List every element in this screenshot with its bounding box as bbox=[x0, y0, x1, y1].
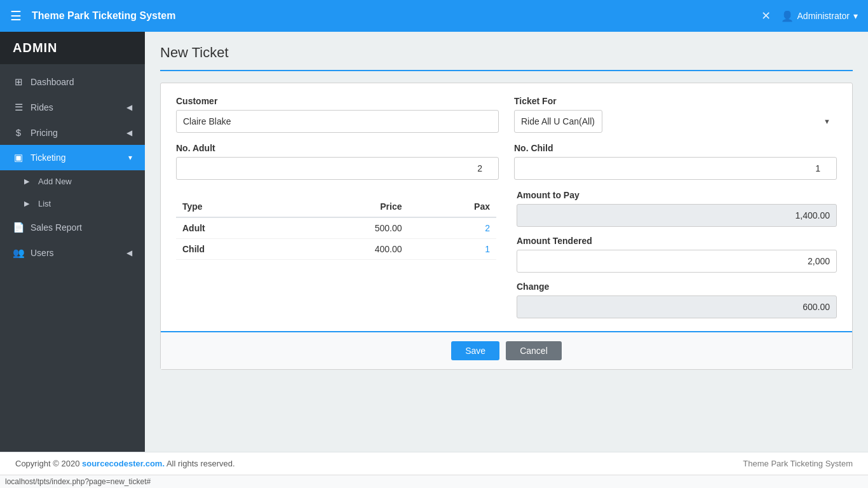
user-icon: 👤 bbox=[781, 10, 794, 22]
sidebar-item-label: Ticketing bbox=[31, 152, 66, 163]
row-pax: No. Adult No. Child bbox=[176, 143, 837, 180]
users-icon: 👥 bbox=[13, 247, 24, 259]
cancel-button[interactable]: Cancel bbox=[506, 341, 562, 360]
page-footer: Copyright © 2020 sourcecodester.com. All… bbox=[0, 452, 868, 475]
row-customer-ticket: Customer Ticket For Ride All U Can(All)I… bbox=[176, 96, 837, 133]
row-pax: 1 bbox=[409, 239, 496, 260]
ticket-for-select-wrapper: Ride All U Can(All)Individual RideVIP Pa… bbox=[514, 110, 837, 133]
sidebar-sub-add-new[interactable]: ▶ Add New bbox=[0, 170, 145, 193]
amount-tendered-label: Amount Tendered bbox=[517, 236, 837, 246]
customer-input[interactable] bbox=[176, 110, 499, 133]
ticketing-arrow: ▾ bbox=[128, 153, 132, 162]
row-pax: 2 bbox=[409, 217, 496, 239]
sidebar-sub-list[interactable]: ▶ List bbox=[0, 193, 145, 215]
page-divider bbox=[160, 70, 853, 71]
table-row: Child 400.00 1 bbox=[176, 239, 496, 260]
page-title: New Ticket bbox=[160, 44, 853, 61]
no-child-label: No. Child bbox=[514, 143, 837, 153]
card-body: Customer Ticket For Ride All U Can(All)I… bbox=[161, 83, 852, 331]
sidebar-item-label: Sales Report bbox=[31, 222, 82, 233]
close-icon[interactable]: ✕ bbox=[761, 9, 771, 23]
footer-link[interactable]: sourcecodester.com. bbox=[82, 459, 165, 468]
dashboard-icon: ⊞ bbox=[13, 76, 24, 88]
row-pricing-amounts: Type Price Pax Adult 500.00 2 Child 400.… bbox=[176, 190, 837, 318]
amount-tendered-group: Amount Tendered bbox=[517, 236, 837, 273]
footer-copyright: Copyright © 2020 sourcecodester.com. All… bbox=[15, 459, 235, 468]
navbar: ☰ Theme Park Ticketing System ✕ 👤 Admini… bbox=[0, 0, 868, 32]
sidebar-item-label: Dashboard bbox=[31, 77, 74, 87]
customer-group: Customer bbox=[176, 96, 499, 133]
ticket-for-label: Ticket For bbox=[514, 96, 837, 106]
main-content: New Ticket Customer Ticket For Ride All … bbox=[145, 32, 868, 452]
row-type: Adult bbox=[176, 217, 285, 239]
footer-rights: All rights reserved. bbox=[165, 459, 235, 468]
sidebar-brand: ADMIN bbox=[0, 32, 145, 64]
ticket-for-group: Ticket For Ride All U Can(All)Individual… bbox=[514, 96, 837, 133]
new-ticket-card: Customer Ticket For Ride All U Can(All)I… bbox=[160, 83, 853, 370]
rides-icon: ☰ bbox=[13, 102, 24, 113]
amount-to-pay-input bbox=[517, 204, 837, 227]
sidebar-sub-label: Add New bbox=[38, 177, 72, 186]
no-adult-group: No. Adult bbox=[176, 143, 499, 180]
sidebar-item-sales-report[interactable]: 📄 Sales Report bbox=[0, 215, 145, 240]
app-body: ADMIN ⊞ Dashboard ☰ Rides ◀ $ Pricing bbox=[0, 32, 868, 452]
sidebar-item-users[interactable]: 👥 Users ◀ bbox=[0, 240, 145, 266]
save-button[interactable]: Save bbox=[451, 341, 499, 360]
sidebar-item-dashboard[interactable]: ⊞ Dashboard bbox=[0, 69, 145, 95]
status-bar: localhost/tpts/index.php?page=new_ticket… bbox=[0, 475, 868, 488]
amount-to-pay-group: Amount to Pay bbox=[517, 190, 837, 227]
footer-app-name: Theme Park Ticketing System bbox=[743, 459, 853, 468]
sidebar-item-rides[interactable]: ☰ Rides ◀ bbox=[0, 95, 145, 120]
no-adult-label: No. Adult bbox=[176, 143, 499, 153]
col-type: Type bbox=[176, 196, 285, 217]
footer-copyright-text: Copyright © 2020 bbox=[15, 459, 82, 468]
sidebar-item-label: Rides bbox=[31, 102, 53, 112]
row-price: 400.00 bbox=[285, 239, 409, 260]
sub-arrow: ▶ bbox=[24, 177, 29, 186]
sub-arrow: ▶ bbox=[24, 200, 29, 208]
pricing-icon: $ bbox=[13, 127, 24, 138]
sidebar-item-label: Pricing bbox=[31, 128, 58, 138]
pricing-arrow: ◀ bbox=[126, 128, 132, 137]
sidebar-sub-label: List bbox=[38, 199, 51, 208]
sales-report-icon: 📄 bbox=[13, 222, 24, 233]
pricing-table: Type Price Pax Adult 500.00 2 Child 400.… bbox=[176, 196, 496, 260]
change-label: Change bbox=[517, 281, 837, 292]
table-row: Adult 500.00 2 bbox=[176, 217, 496, 239]
navbar-user[interactable]: 👤 Administrator ▾ bbox=[781, 10, 858, 22]
navbar-user-arrow: ▾ bbox=[853, 11, 858, 21]
amount-to-pay-label: Amount to Pay bbox=[517, 190, 837, 200]
sidebar-nav: ⊞ Dashboard ☰ Rides ◀ $ Pricing ◀ bbox=[0, 64, 145, 271]
navbar-right: ✕ 👤 Administrator ▾ bbox=[761, 9, 858, 23]
sidebar-item-pricing[interactable]: $ Pricing ◀ bbox=[0, 120, 145, 145]
navbar-brand: Theme Park Ticketing System bbox=[32, 10, 761, 22]
pricing-col: Type Price Pax Adult 500.00 2 Child 400.… bbox=[176, 190, 496, 318]
ticketing-icon: ▣ bbox=[13, 152, 24, 163]
sidebar-item-ticketing[interactable]: ▣ Ticketing ▾ bbox=[0, 145, 145, 170]
navbar-toggle[interactable]: ☰ bbox=[10, 8, 22, 24]
navbar-user-label: Administrator bbox=[797, 11, 850, 21]
row-type: Child bbox=[176, 239, 285, 260]
sidebar-item-label: Users bbox=[31, 248, 54, 258]
amounts-col: Amount to Pay Amount Tendered Change bbox=[517, 190, 837, 318]
customer-label: Customer bbox=[176, 96, 499, 106]
card-footer: Save Cancel bbox=[161, 331, 852, 369]
change-group: Change bbox=[517, 281, 837, 318]
col-price: Price bbox=[285, 196, 409, 217]
users-arrow: ◀ bbox=[126, 248, 132, 257]
col-pax: Pax bbox=[409, 196, 496, 217]
status-url: localhost/tpts/index.php?page=new_ticket… bbox=[5, 477, 151, 486]
no-child-input[interactable] bbox=[514, 157, 837, 180]
rides-arrow: ◀ bbox=[126, 103, 132, 112]
amount-tendered-input[interactable] bbox=[517, 250, 837, 273]
no-child-group: No. Child bbox=[514, 143, 837, 180]
change-input bbox=[517, 295, 837, 318]
sidebar: ADMIN ⊞ Dashboard ☰ Rides ◀ $ Pricing bbox=[0, 32, 145, 452]
no-adult-input[interactable] bbox=[176, 157, 499, 180]
row-price: 500.00 bbox=[285, 217, 409, 239]
ticket-for-select[interactable]: Ride All U Can(All)Individual RideVIP Pa… bbox=[514, 110, 602, 133]
